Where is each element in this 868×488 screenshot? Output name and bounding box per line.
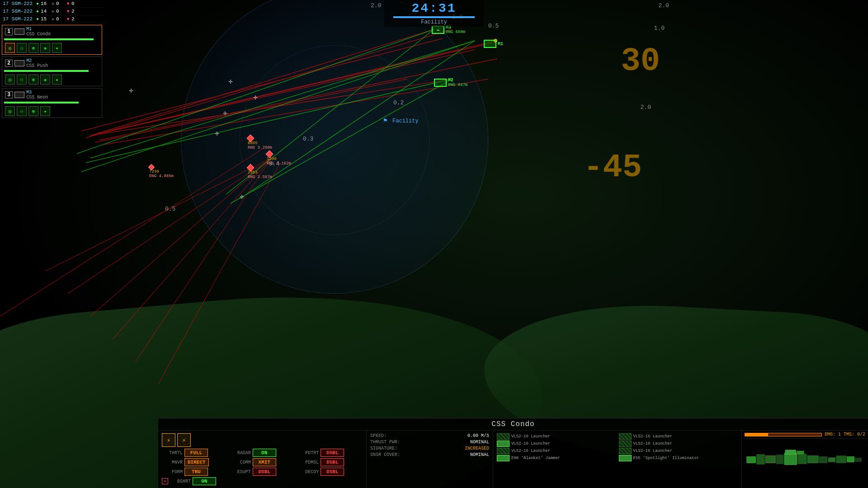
ctrl-val-radar[interactable]: ON [253, 449, 276, 457]
ctrl-esupt: ESUPT DSBL [230, 468, 295, 476]
svg-rect-33 [836, 456, 846, 463]
stat-key-speed: SPEED: [370, 433, 387, 438]
ctrl-mnvr: MNVR DIRECT [162, 458, 226, 466]
action-target-2[interactable]: ⊕ [28, 75, 38, 84]
enemy-2353[interactable]: 2353 RNG 3.587m [248, 165, 272, 179]
ship-diagram [742, 443, 868, 488]
action-radar-2[interactable]: ◎ [5, 75, 15, 84]
enemy-7230[interactable]: 7230 RNG 4.885m [149, 165, 174, 178]
wpn-row-5: VLS2-16 Launcher [497, 448, 616, 454]
ctrl-val-pdtrt[interactable]: DSBL [321, 449, 344, 457]
wpn-name-5: VLS2-16 Launcher [511, 449, 550, 453]
wpn-box-6[interactable] [619, 448, 632, 454]
action-radar-1[interactable]: ◎ [5, 43, 15, 53]
ctrl-val-comm[interactable]: XMIT [253, 458, 276, 466]
svg-rect-31 [819, 457, 827, 463]
ctrl-val-thrtl[interactable]: FULL [184, 449, 208, 457]
health-bar-1 [4, 38, 94, 40]
ctrl-decoy: DECOY DSBL [298, 468, 363, 476]
wpn-row-6: VLS2-16 Launcher [619, 448, 738, 454]
action-special-2[interactable]: ✦ [52, 75, 62, 84]
wpn-box-2[interactable] [619, 433, 632, 440]
stat-key-snsr: SNSR COVER: [370, 452, 400, 457]
unit-actions-2: ◎ ⚇ ⊕ ❋ ✦ [2, 73, 102, 86]
unit-card-1[interactable]: 1 M1 CSS Condo ◎ ⚇ ⊕ ❋ ✦ [2, 25, 102, 55]
wpn-name-8: E55 'Spotlight' Illuminator [633, 456, 699, 460]
stat-speed: SPEED: 0.00 M/S [370, 433, 489, 438]
map-unit-M1[interactable]: M1 [484, 40, 503, 48]
action-people-2[interactable]: ⚇ [17, 75, 27, 84]
action-target-3[interactable]: ⊕ [28, 106, 38, 116]
ammo-name-1: 17 SGM-222 [3, 1, 34, 6]
svg-rect-24 [747, 457, 756, 463]
ctrl-val-form[interactable]: TRU [184, 468, 208, 476]
stat-val-snsr: NOMINAL [470, 452, 489, 457]
heart-icon-1: ♥ [67, 1, 70, 6]
action-people-1[interactable]: ⚇ [17, 43, 27, 53]
left-panel: 17 SGM-222 ● 16 ☠ 0 ♥ 0 17 SGM-222 ● 14 … [0, 0, 104, 118]
wpn-name-1: VLS2-16 Launcher [511, 434, 550, 439]
ctrl-val-esupt[interactable]: DSBL [253, 468, 276, 476]
wpn-box-7[interactable] [497, 455, 509, 461]
dmg-fill [745, 433, 768, 436]
wpn-box-5[interactable] [497, 448, 509, 454]
ctrl-val-decoy[interactable]: DSBL [321, 468, 344, 476]
svg-rect-25 [757, 455, 765, 465]
svg-rect-35 [855, 458, 861, 462]
hud-controls: ⚡ ⚡ THRTL FULL RADAR ON PDTRT DSBL [158, 431, 366, 488]
wpn-box-4[interactable] [619, 441, 632, 447]
range-label-0-3: 0.3 [303, 136, 313, 142]
action-people-3[interactable]: ⚇ [17, 106, 27, 116]
timer-progress-bar [393, 16, 475, 18]
action-target-1[interactable]: ⊕ [28, 43, 38, 53]
wpn-box-1[interactable] [497, 433, 509, 440]
enemy-B895[interactable]: B895 RNG 3.298m [248, 136, 272, 150]
action-special-1[interactable]: ✦ [52, 43, 62, 53]
dmg-label: DMG: 1 TMS: 0/2 [825, 432, 865, 437]
ctrl-val-pdmsl[interactable]: DSBL [321, 458, 344, 466]
wpn-row-1: VLS2-16 Launcher [497, 433, 616, 440]
facility-flag-icon: ⚑ [383, 117, 387, 124]
action-special-3[interactable]: ✦ [40, 106, 50, 116]
ctrl-form: FORM TRU [162, 468, 226, 476]
unit-name-1: CSS Condo [26, 32, 51, 37]
action-weapon-1[interactable]: ❋ [40, 43, 50, 53]
svg-rect-36 [785, 450, 796, 455]
wpn-row-4: VLS2-16 Launcher [619, 441, 738, 447]
ctrl-label-thrtl: THRTL [162, 450, 183, 455]
hud-schematic: DMG: 1 TMS: 0/2 [741, 431, 868, 488]
wpn-box-8[interactable] [619, 455, 632, 461]
ammo-count-1: 16 [41, 1, 50, 6]
skull-icon-1: ☠ [52, 1, 54, 6]
stat-key-signature: SIGNATURE: [370, 446, 397, 451]
lightning-icon-2: ⚡ [177, 433, 191, 447]
action-weapon-2[interactable]: ❋ [40, 75, 50, 84]
ammo-row-2: 17 SGM-222 ● 14 ☠ 0 ♥ 2 [0, 8, 104, 15]
unit-num-3: 3 [5, 91, 13, 99]
map-unit-M2[interactable]: M2 RNG 847m [434, 78, 467, 87]
unit-card-2[interactable]: 2 M2 CSS Push ◎ ⚇ ⊕ ❋ ✦ [2, 56, 102, 86]
lightning-icons: ⚡ ⚡ [162, 433, 363, 447]
ctrl-val-bshrt[interactable]: ON [193, 477, 216, 485]
enemy-2353-label: 2353 [248, 170, 272, 175]
top-hud: 24:31 Facility [0, 0, 868, 27]
ctrl-label-bshrt: BSHRT [170, 479, 191, 484]
svg-rect-37 [797, 451, 804, 455]
unit-bracket-2: M2 [26, 58, 48, 63]
facility-marker[interactable]: ⚑ Facility [383, 117, 419, 125]
ctrl-pdmsl: PDMSL DSBL [298, 458, 363, 466]
svg-rect-30 [807, 456, 818, 463]
wpn-box-3[interactable] [497, 441, 509, 447]
wpn-name-7: E90 'Blanket' Jammer [511, 456, 560, 460]
enemy-1200[interactable]: 1200 RNG 3.162m [267, 151, 291, 166]
enemy-7230-label: 7230 [149, 169, 174, 174]
ammo-row-3: 17 SGM-222 ● 15 ☠ 0 ♥ 2 [0, 15, 104, 23]
ctrl-val-mnvr[interactable]: DIRECT [184, 458, 209, 466]
cross-marker-5: ✛ [215, 129, 219, 138]
map-unit-M2-label: M2 [448, 78, 467, 83]
unit-card-3[interactable]: 3 M3 CSS Neon ◎ ⚇ ⊕ ✦ [2, 88, 102, 118]
enemy-2353-rng: RNG 3.587m [248, 175, 272, 179]
bshrt-x-icon: ✕ [162, 478, 168, 484]
dmg-progress-bar [745, 433, 822, 436]
action-radar-3[interactable]: ◎ [5, 106, 15, 116]
